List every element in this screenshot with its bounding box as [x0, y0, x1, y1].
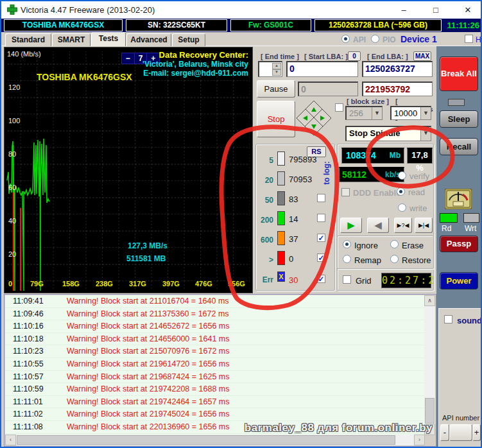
write-label: write — [409, 203, 427, 213]
tab-bar: Standard SMART Tests Advanced Setup API … — [1, 32, 481, 46]
stat-log-checkbox-50[interactable] — [317, 194, 325, 202]
stat-log-checkbox-600[interactable]: ✓ — [317, 234, 325, 242]
ignore-radio[interactable] — [343, 240, 351, 248]
remap-radio[interactable] — [343, 255, 351, 263]
log-body[interactable]: 11:09:41Warning! Block start at 21101670… — [5, 295, 425, 435]
stat-count-20: 70953 — [289, 175, 312, 184]
position-mb-unit: Mb — [390, 149, 404, 162]
power-button[interactable]: Power — [440, 272, 478, 289]
stat-label-50: 50 — [257, 196, 273, 205]
health-gauge-icon — [445, 189, 472, 209]
start-test-button[interactable]: ▶ — [340, 218, 362, 233]
drive-firmware: Fw: GS001C — [230, 19, 311, 31]
log-vertical-scrollbar[interactable]: ∧ ∨ — [424, 295, 435, 435]
end-lba-input[interactable]: 1250263727 — [362, 61, 433, 77]
restore-radio[interactable] — [390, 255, 399, 263]
log-row: 11:10:23Warning! Block start at 21507097… — [5, 345, 425, 358]
api-radio[interactable] — [341, 35, 350, 43]
remap-label: Remap — [354, 255, 381, 265]
seek-test-button[interactable]: ▶?◀ — [394, 218, 412, 233]
y-tick-80: 80 — [8, 150, 16, 158]
seek-pad[interactable] — [295, 99, 332, 137]
x-tick-238g: 238G — [96, 280, 113, 288]
verify-radio[interactable] — [398, 171, 406, 180]
stat-block-200 — [277, 211, 285, 225]
sleep-button[interactable]: Sleep — [440, 110, 478, 128]
sound-checkbox[interactable] — [444, 315, 452, 323]
log-row: 11:10:16Warning! Block start at 21465267… — [5, 320, 425, 333]
ddd-enable-checkbox[interactable] — [341, 188, 350, 196]
break-all-button[interactable]: Break All — [440, 56, 478, 91]
recall-button[interactable]: Recall — [440, 138, 478, 155]
stat-block-50 — [277, 191, 285, 205]
read-activity-led — [440, 213, 458, 223]
zoom-out-button[interactable]: − — [122, 53, 135, 64]
seek-checkbox[interactable] — [335, 103, 343, 112]
write-activity-led — [463, 213, 479, 223]
end-time-input[interactable]: ▲ ▼ — [258, 61, 282, 77]
stop-button[interactable]: Stop — [257, 101, 295, 137]
percent-box: 17,8 % — [407, 148, 433, 164]
x-tick-317g: 317G — [129, 280, 146, 288]
scroll-left-icon[interactable]: ‹ — [5, 435, 16, 445]
spindle-arrow-icon[interactable]: ▼ — [420, 127, 431, 141]
position-mb-value: 108374 — [342, 150, 376, 160]
end-time-spin-down[interactable]: ▼ — [272, 69, 281, 76]
hints-checkbox[interactable] — [465, 35, 473, 43]
block-size-combo: 256▼ — [345, 106, 383, 120]
vscroll-thumb[interactable] — [425, 398, 435, 424]
y-tick-100: 100 — [8, 117, 20, 125]
tab-advanced[interactable]: Advanced — [126, 33, 171, 46]
stat-label-err: Err — [257, 275, 273, 284]
x-tick-79g: 79G — [30, 280, 44, 288]
write-radio[interactable] — [398, 203, 406, 212]
api-radio-label: API — [353, 35, 366, 44]
x-tick-476g: 476G — [195, 280, 212, 288]
sidebar: Break All Sleep Recall Rd Wrt Passp Powe… — [436, 46, 481, 447]
speed-value: 58112 — [340, 169, 366, 180]
tab-setup[interactable]: Setup — [172, 33, 205, 46]
erase-radio[interactable] — [390, 240, 399, 248]
block-size-arrow-icon: ▼ — [372, 107, 382, 119]
max-lba-button[interactable]: MAX — [413, 51, 431, 61]
maximize-button[interactable]: □ — [425, 1, 447, 19]
spindle-combo[interactable]: Stop Spindle▼ — [345, 126, 431, 141]
stat-log-checkbox-gt[interactable]: ✓ — [317, 254, 325, 262]
y-tick-60: 60 — [8, 184, 16, 191]
tab-tests[interactable]: Tests — [91, 32, 126, 46]
start-lba-input[interactable]: 0 — [286, 61, 358, 77]
log-horizontal-scrollbar[interactable]: ‹ › — [5, 435, 425, 445]
pio-radio[interactable] — [371, 35, 379, 43]
hscroll-thumb[interactable] — [17, 435, 395, 445]
api-plus-button[interactable]: + — [472, 424, 481, 441]
pause-button[interactable]: Pause — [257, 80, 295, 98]
sound-label: sound — [457, 316, 482, 325]
grid-label: Grid — [356, 276, 372, 286]
stat-log-checkbox-err[interactable]: ✓ — [317, 275, 325, 283]
stat-block-5 — [277, 151, 285, 166]
minimize-button[interactable]: – — [393, 1, 415, 19]
timeout-combo[interactable]: 10000▼ — [390, 106, 431, 120]
elapsed-timer: 02:27:27 — [381, 273, 431, 288]
stat-log-checkbox-200[interactable] — [317, 214, 325, 222]
api-minus-button[interactable]: - — [440, 424, 449, 441]
stat-label-gt: > — [257, 255, 273, 264]
end-time-spin-up[interactable]: ▲ — [272, 63, 281, 69]
timeout-arrow-icon[interactable]: ▼ — [420, 107, 431, 119]
scroll-up-icon[interactable]: ∧ — [424, 295, 435, 306]
stat-block-err: X — [277, 271, 285, 282]
tab-smart[interactable]: SMART — [52, 33, 90, 46]
grid-checkbox[interactable] — [343, 275, 351, 284]
back-button[interactable]: ◀ — [367, 218, 389, 233]
ddd-enable-label: DDD Enable — [353, 188, 400, 198]
drive-capacity: 1250263728 LBA (~596 GB) — [314, 19, 442, 31]
current-speed: 127,3 MB/s — [128, 241, 168, 250]
passp-button[interactable]: Passp — [440, 236, 478, 252]
tab-standard[interactable]: Standard — [5, 33, 51, 46]
close-button[interactable]: ✕ — [457, 1, 479, 19]
start-lba-zero-button[interactable]: 0 — [348, 51, 361, 61]
step-button[interactable]: ▶|◀ — [415, 218, 433, 233]
current-lba-input: 221953792 — [362, 82, 433, 96]
read-radio[interactable] — [397, 187, 405, 196]
scroll-right-icon[interactable]: › — [414, 435, 425, 445]
